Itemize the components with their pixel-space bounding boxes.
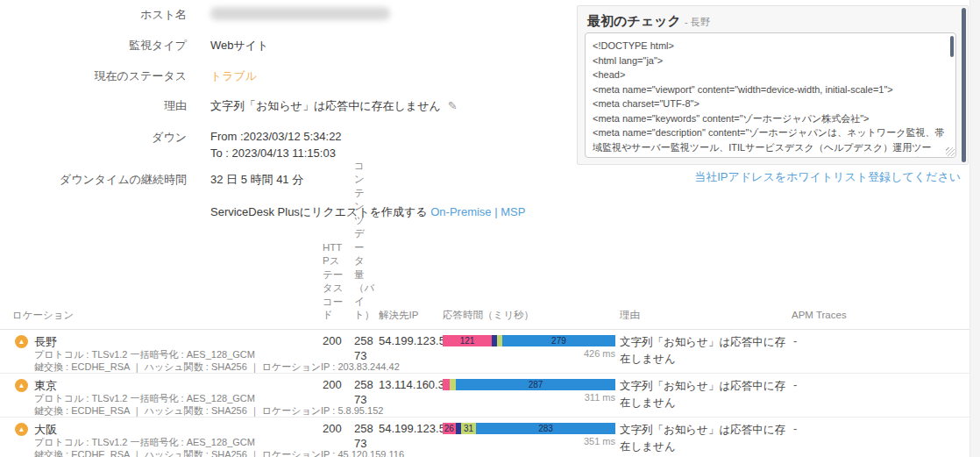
first-check-location: - 長野 bbox=[685, 17, 710, 27]
whitelist-ip-link[interactable]: 当社IPアドレスをホワイトリスト登録してください bbox=[694, 169, 961, 185]
response-total-label: 351 ms bbox=[443, 436, 615, 446]
downtime-duration-value: 32 日 5 時間 41 分 bbox=[210, 172, 303, 188]
trouble-warning-icon: ▲ bbox=[15, 423, 28, 436]
monitor-type-value: Webサイト bbox=[210, 38, 268, 54]
response-segment-pink: 26 bbox=[443, 423, 456, 434]
row-reason: 文字列「お知らせ」は応答中に存在しません bbox=[620, 422, 786, 456]
key-exchange-detail: 鍵交換 : ECDHE_RSA ｜ ハッシュ関数 : SHA256 ｜ ロケーシ… bbox=[34, 448, 404, 457]
panel-scrollbar[interactable] bbox=[962, 8, 966, 162]
down-from-value: From :2023/03/12 5:34:22 bbox=[210, 130, 342, 143]
trouble-warning-icon: ▲ bbox=[15, 379, 28, 392]
response-time-bar: 287 bbox=[443, 379, 615, 390]
hostname-label: ホスト名 bbox=[0, 7, 187, 23]
response-time-bar: 121279 bbox=[443, 335, 615, 346]
textarea-scrollbar[interactable] bbox=[950, 36, 954, 57]
resolved-ip-value: 54.199.123.52 bbox=[379, 334, 451, 347]
http-status-value: 200 bbox=[323, 378, 342, 391]
response-html-source: <!DOCTYPE html> <html lang="ja"> <head> … bbox=[593, 39, 945, 158]
monitor-detail-page: ホスト名 監視タイプ Webサイト 現在のステータス トラブル 理由 文字列「お… bbox=[0, 0, 980, 457]
response-total-label: 426 ms bbox=[443, 348, 615, 359]
servicedesk-onpremise-link[interactable]: On-Premise bbox=[430, 205, 491, 218]
response-segment-blue: 287 bbox=[456, 379, 615, 390]
hostname-value bbox=[210, 7, 390, 20]
response-segment-green bbox=[450, 379, 457, 390]
row-reason: 文字列「お知らせ」は応答中に存在しません bbox=[620, 334, 786, 368]
table-header-row: ロケーション HTTPステータスコード コンテンツデータ量（バイト） 解決先IP… bbox=[0, 232, 969, 330]
redacted-hostname bbox=[210, 7, 390, 20]
first-check-panel: 最初のチェック - 長野 <!DOCTYPE html> <html lang=… bbox=[577, 5, 969, 165]
monitor-type-label: 監視タイプ bbox=[0, 38, 187, 54]
header-http-status-code: HTTPステータスコード bbox=[323, 241, 348, 323]
reason-value: 文字列「お知らせ」は応答中に存在しません✎ bbox=[210, 98, 458, 114]
first-check-response-textarea[interactable]: <!DOCTYPE html> <html lang="ja"> <head> … bbox=[585, 32, 956, 158]
protocol-detail: プロトコル : TLSv1.2 一括暗号化 : AES_128_GCM bbox=[34, 348, 255, 361]
table-row-tokyo: ▲ 東京 プロトコル : TLSv1.2 一括暗号化 : AES_128_GCM… bbox=[0, 374, 969, 418]
header-response-time: 応答時間（ミリ秒） bbox=[443, 309, 534, 323]
resolved-ip-value: 13.114.160.32 bbox=[379, 378, 451, 391]
header-reason: 理由 bbox=[620, 309, 640, 323]
row-reason: 文字列「お知らせ」は応答中に存在しません bbox=[620, 378, 786, 412]
response-segment-blue: 279 bbox=[502, 335, 615, 346]
response-segment-green: 31 bbox=[461, 423, 476, 434]
key-exchange-detail: 鍵交換 : ECDHE_RSA ｜ ハッシュ関数 : SHA256 ｜ ロケーシ… bbox=[34, 361, 400, 374]
reason-text: 文字列「お知らせ」は応答中に存在しません bbox=[210, 99, 441, 112]
page-scrollbar-track[interactable] bbox=[969, 0, 980, 457]
apm-traces-value: - bbox=[793, 422, 797, 435]
content-bytes-value: 25873 bbox=[354, 422, 376, 452]
protocol-detail: プロトコル : TLSv1.2 一括暗号化 : AES_128_GCM bbox=[34, 436, 255, 449]
first-check-title-text: 最初のチェック bbox=[587, 13, 681, 28]
table-row-nagano: ▲ 長野 プロトコル : TLSv1.2 一括暗号化 : AES_128_GCM… bbox=[0, 330, 969, 374]
apm-traces-value: - bbox=[793, 334, 797, 347]
table-row-osaka: ▲ 大阪 プロトコル : TLSv1.2 一括暗号化 : AES_128_GCM… bbox=[0, 418, 969, 457]
down-to-value: To : 2023/04/13 11:15:03 bbox=[210, 146, 336, 160]
down-label: ダウン bbox=[0, 130, 187, 146]
header-resolved-ip: 解決先IP bbox=[379, 309, 418, 323]
key-exchange-detail: 鍵交換 : ECDHE_RSA ｜ ハッシュ関数 : SHA256 ｜ ロケーシ… bbox=[34, 404, 383, 418]
content-bytes-value: 25873 bbox=[354, 334, 376, 364]
location-report-table: ロケーション HTTPステータスコード コンテンツデータ量（バイト） 解決先IP… bbox=[0, 232, 969, 457]
header-apm-traces: APM Traces bbox=[792, 309, 847, 323]
edit-reason-icon[interactable]: ✎ bbox=[448, 99, 458, 112]
textarea-resize-handle[interactable] bbox=[946, 147, 955, 156]
http-status-value: 200 bbox=[323, 334, 342, 347]
response-time-bar: 2631283 bbox=[443, 423, 615, 434]
servicedesk-text: ServiceDesk Plusにリクエストを作成する bbox=[210, 205, 428, 218]
response-segment-blue: 283 bbox=[476, 423, 615, 434]
trouble-warning-icon: ▲ bbox=[15, 335, 28, 348]
servicedesk-msp-link[interactable]: MSP bbox=[501, 205, 525, 218]
reason-label: 理由 bbox=[0, 98, 187, 114]
current-status-label: 現在のステータス bbox=[0, 68, 187, 84]
protocol-detail: プロトコル : TLSv1.2 一括暗号化 : AES_128_GCM bbox=[34, 392, 255, 405]
resolved-ip-value: 54.199.123.52 bbox=[379, 422, 451, 435]
response-segment-pink: 121 bbox=[443, 335, 492, 346]
servicedesk-link-separator: | bbox=[494, 205, 497, 218]
response-segment-pink bbox=[443, 379, 450, 390]
downtime-duration-label: ダウンタイムの継続時間 bbox=[0, 172, 187, 188]
content-bytes-value: 25873 bbox=[354, 378, 376, 408]
status-badge: トラブル bbox=[210, 68, 257, 84]
header-location: ロケーション bbox=[12, 309, 74, 323]
first-check-title: 最初のチェック - 長野 bbox=[587, 13, 710, 30]
response-total-label: 311 ms bbox=[443, 392, 615, 403]
header-content-bytes: コンテンツデータ量（バイト） bbox=[354, 160, 374, 323]
http-status-value: 200 bbox=[323, 422, 342, 435]
apm-traces-value: - bbox=[793, 378, 797, 391]
